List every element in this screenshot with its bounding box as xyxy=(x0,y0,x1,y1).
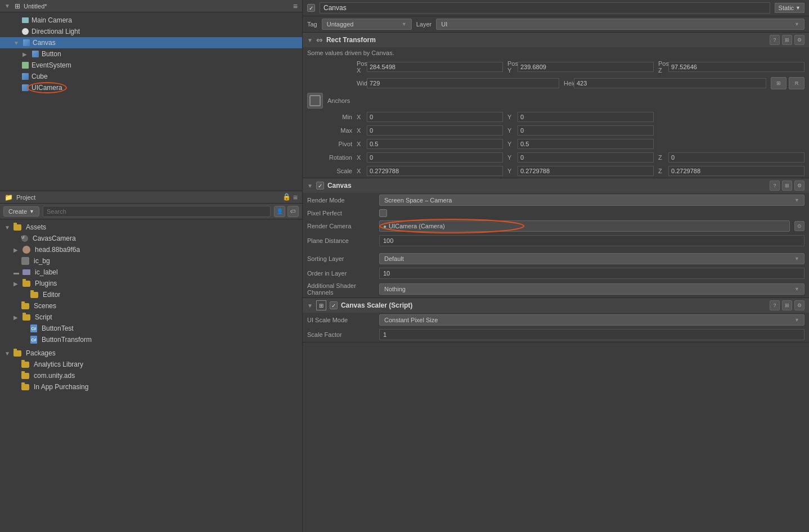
render-mode-dropdown[interactable]: Screen Space – Camera ▼ xyxy=(379,195,804,206)
create-button[interactable]: Create ▼ xyxy=(3,206,39,217)
project-item-ic-label[interactable]: ▬ ic_label xyxy=(0,267,302,278)
project-item-cavas-camera[interactable]: U CavasCamera xyxy=(0,233,302,244)
rect-grid-icon[interactable]: ⊞ xyxy=(782,35,792,45)
hierarchy-item-cube[interactable]: Cube xyxy=(0,71,302,82)
height-input[interactable] xyxy=(574,78,766,88)
hierarchy-item-button[interactable]: ▶ Button xyxy=(0,48,302,60)
rect-settings-icon[interactable]: ? xyxy=(770,35,780,45)
scale-x-input[interactable] xyxy=(367,166,503,176)
tag-icon-btn[interactable]: 🏷 xyxy=(287,206,299,217)
head-arrow[interactable]: ▶ xyxy=(14,247,20,253)
sorting-layer-dropdown[interactable]: Default ▼ xyxy=(379,253,804,264)
rect-transform-title: Rect Transform xyxy=(326,36,766,44)
render-camera-field[interactable]: ● UICamera (Camera) xyxy=(379,220,790,232)
rect-transform-header[interactable]: ▼ ⇔ Rect Transform ? ⊞ ⚙ xyxy=(303,33,809,47)
active-checkbox[interactable]: ✓ xyxy=(307,4,315,12)
canvas-expand-arrow[interactable]: ▼ xyxy=(14,40,20,46)
scale-z-axis: Z xyxy=(658,168,666,174)
scale-y-input[interactable] xyxy=(518,166,654,176)
canvas-comp-collapse[interactable]: ▼ xyxy=(307,183,313,189)
scaler-help-icon[interactable]: ? xyxy=(770,300,780,310)
static-button[interactable]: Static ▼ xyxy=(775,3,804,13)
pivot-y-input[interactable] xyxy=(518,139,654,149)
assets-folder[interactable]: ▼ Assets xyxy=(0,222,302,233)
layer-dropdown[interactable]: UI ▼ xyxy=(436,19,804,30)
canvas-scaler-header[interactable]: ▼ ⊞ ✓ Canvas Scaler (Script) ? ⊞ ⚙ xyxy=(303,298,809,313)
project-item-head[interactable]: ▶ head.88ba9f6a xyxy=(0,244,302,255)
collapse-arrow-hierarchy[interactable]: ▼ xyxy=(5,3,11,9)
render-camera-target-btn[interactable]: ⊙ xyxy=(794,221,804,231)
lock-icon[interactable]: 🔒 xyxy=(282,193,291,202)
max-x-input[interactable] xyxy=(367,125,503,136)
rect-collapse-arrow[interactable]: ▼ xyxy=(307,37,313,43)
canvas-comp-grid-icon[interactable]: ⊞ xyxy=(782,181,792,191)
packages-folder[interactable]: ▼ Packages xyxy=(0,348,302,359)
project-item-scenes[interactable]: Scenes xyxy=(0,300,302,312)
rect-r-btn[interactable]: R xyxy=(789,77,804,89)
rect-expand-btn[interactable]: ⊞ xyxy=(771,77,786,89)
layer-value: UI xyxy=(441,21,447,28)
pixel-perfect-checkbox[interactable] xyxy=(379,209,387,217)
project-item-button-transform[interactable]: C# ButtonTransform xyxy=(0,334,302,345)
ui-scale-mode-label: UI Scale Mode xyxy=(307,317,375,323)
scaler-collapse-arrow[interactable]: ▼ xyxy=(307,303,313,309)
project-item-ads[interactable]: com.unity.ads xyxy=(0,370,302,381)
project-item-editor[interactable]: Editor xyxy=(0,289,302,300)
script-arrow[interactable]: ▶ xyxy=(14,314,20,321)
inspector-panel: ✓ Static ▼ Tag Untagged ▼ Layer UI ▼ ▼ xyxy=(303,0,809,532)
project-item-iap[interactable]: In App Purchasing xyxy=(0,381,302,393)
pos-z-input[interactable] xyxy=(668,62,804,72)
rot-y-input[interactable] xyxy=(518,152,654,163)
anchor-visual-btn[interactable] xyxy=(307,93,323,109)
hierarchy-item-event-system[interactable]: EventSystem xyxy=(0,60,302,71)
scaler-gear-icon[interactable]: ⚙ xyxy=(794,300,804,310)
min-x-input[interactable] xyxy=(367,112,503,122)
object-name-input[interactable] xyxy=(320,2,770,13)
scaler-active-checkbox[interactable]: ✓ xyxy=(330,301,338,309)
anchor-max-row: Max X Y xyxy=(303,124,809,137)
search-input[interactable] xyxy=(43,206,271,217)
order-in-layer-input[interactable] xyxy=(379,268,804,279)
assets-arrow[interactable]: ▼ xyxy=(5,224,11,231)
hierarchy-item-main-camera[interactable]: Main Camera xyxy=(0,15,302,26)
plane-distance-input[interactable] xyxy=(379,235,804,246)
canvas-active-checkbox[interactable]: ✓ xyxy=(316,182,324,190)
hierarchy-item-directional-light[interactable]: Directional Light xyxy=(0,26,302,37)
project-item-ic-bg[interactable]: ic_bg xyxy=(0,255,302,267)
scaler-grid-icon[interactable]: ⊞ xyxy=(782,300,792,310)
packages-arrow[interactable]: ▼ xyxy=(5,350,11,357)
rot-x-input[interactable] xyxy=(367,152,503,163)
scale-factor-input[interactable] xyxy=(379,329,804,340)
ui-scale-mode-dropdown[interactable]: Constant Pixel Size ▼ xyxy=(379,314,804,326)
ic-label-arrow[interactable]: ▬ xyxy=(14,269,20,276)
project-item-button-test[interactable]: C# ButtonTest xyxy=(0,323,302,334)
pivot-x-input[interactable] xyxy=(367,139,503,149)
shader-channels-dropdown[interactable]: Nothing ▼ xyxy=(379,283,804,295)
canvas-comp-gear-icon[interactable]: ⚙ xyxy=(794,181,804,191)
min-x-group: X xyxy=(357,112,503,122)
item-label-uicamera: UICamera xyxy=(32,84,62,92)
project-menu-icon[interactable]: ≡ xyxy=(293,193,298,202)
min-y-input[interactable] xyxy=(518,112,654,122)
project-item-script[interactable]: ▶ Script xyxy=(0,312,302,323)
scale-z-input[interactable] xyxy=(668,166,804,176)
plugins-arrow[interactable]: ▶ xyxy=(14,281,20,287)
hierarchy-menu-icon[interactable]: ≡ xyxy=(293,2,298,11)
button-expand-arrow[interactable]: ▶ xyxy=(23,51,29,57)
project-item-plugins[interactable]: ▶ Plugins xyxy=(0,278,302,289)
tag-dropdown[interactable]: Untagged ▼ xyxy=(322,19,412,30)
hierarchy-item-uicamera[interactable]: UICamera xyxy=(0,82,302,93)
item-label-cube: Cube xyxy=(32,73,48,80)
person-icon-btn[interactable]: 👤 xyxy=(274,206,285,217)
pos-y-input[interactable] xyxy=(518,62,654,72)
max-y-input[interactable] xyxy=(518,125,654,136)
project-item-analytics[interactable]: Analytics Library xyxy=(0,359,302,370)
width-input[interactable] xyxy=(367,78,559,88)
rot-z-input[interactable] xyxy=(668,152,804,163)
hierarchy-item-canvas[interactable]: ▼ Canvas xyxy=(0,37,302,48)
canvas-component-header[interactable]: ▼ ✓ Canvas ? ⊞ ⚙ xyxy=(303,178,809,193)
rect-gear-icon[interactable]: ⚙ xyxy=(794,35,804,45)
pos-x-input[interactable] xyxy=(367,62,503,72)
rotation-label: Rotation xyxy=(307,154,352,161)
canvas-comp-help-icon[interactable]: ? xyxy=(770,181,780,191)
